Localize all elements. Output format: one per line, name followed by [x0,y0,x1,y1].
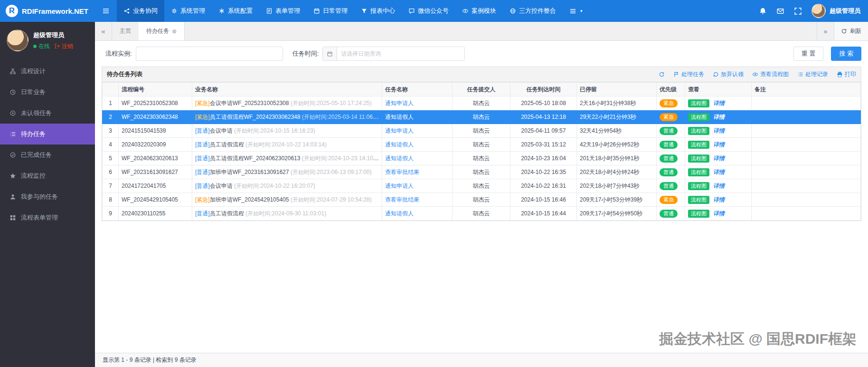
detail-link[interactable]: 详情 [713,169,725,175]
tab-bar: « 主页 待办任务 ⊗ » 刷新 [95,22,868,41]
flowchart-button[interactable]: 流程图 [688,182,709,190]
detail-link[interactable]: 详情 [713,183,725,189]
sidebar-item-my-participated-tasks[interactable]: 我参与的任务 [0,186,95,207]
task-name-link[interactable]: 查看审批结果 [385,196,419,203]
flag-icon [673,71,679,77]
nav-system-config[interactable]: 系统配置 [212,0,259,22]
task-arrive-time: 2024-10-15 16:46 [510,193,577,207]
flowchart-button[interactable]: 流程图 [688,141,709,149]
clock-icon [9,89,16,96]
task-name-link[interactable]: 通知请假人 [385,141,414,148]
chevron-down-icon: ▾ [580,9,583,13]
nav-thirdparty-controls[interactable]: 三方控件整合 [503,0,563,22]
calendar-icon[interactable] [323,47,337,60]
sidebar-item-todo-tasks[interactable]: 待办任务 [0,124,95,145]
col-business-name: 业务名称 [192,83,382,97]
nav-more-menu[interactable]: ▾ [563,0,589,22]
task-time-picker [322,47,465,61]
sidebar-item-daily-business[interactable]: 日常业务 [0,82,95,103]
tab-home[interactable]: 主页 [112,22,139,40]
flowchart-button[interactable]: 流程图 [688,127,709,135]
table-row[interactable]: 8WF_20245429105405[紧急]加班申请WF_20245429105… [103,193,861,207]
table-row[interactable]: 720241722041705[普通]会议申请 (开始时间:2024-10-22… [103,179,861,193]
search-button[interactable]: 搜 索 [831,47,861,61]
fullscreen-icon[interactable] [794,7,802,15]
sitemap-icon [9,68,16,75]
avatar [811,4,826,18]
table-row[interactable]: 5WF_20240623020613[普通]员工请假流程WF_202406230… [103,152,861,165]
flowchart-button[interactable]: 流程图 [688,210,709,218]
flowchart-button[interactable]: 流程图 [688,196,709,204]
task-name-link[interactable]: 通知请假人 [385,210,414,217]
sidebar-item-process-monitor[interactable]: 流程监控 [0,165,95,186]
nav-wechat[interactable]: 微信公众号 [402,0,455,22]
row-index: 1 [103,97,119,110]
task-name-link[interactable]: 通知申请人 [385,100,414,106]
table-row[interactable]: 320241515041539[普通]会议申请 (开始时间:2024-10-15… [103,124,861,138]
nav-system-management[interactable]: 系统管理 [164,0,212,22]
nav-case-module[interactable]: 案例模块 [455,0,503,22]
sidebar-item-completed-tasks[interactable]: 已完成任务 [0,145,95,165]
detail-link[interactable]: 详情 [713,127,725,134]
table-row[interactable]: 420240322020309[普通]员工请假流程 (开始时间:2024-10-… [103,138,861,152]
logout-button[interactable]: 注销 [55,42,73,50]
print-button[interactable]: 打印 [837,70,856,78]
nav-form-management[interactable]: 表单管理 [259,0,307,22]
detail-link[interactable]: 详情 [713,141,725,148]
task-time-input[interactable] [337,47,464,60]
panel-title: 待办任务列表 [107,70,142,78]
col-remark: 备注 [752,83,861,97]
tab-todo-tasks[interactable]: 待办任务 ⊗ [139,22,185,40]
abandon-claim-button[interactable]: 放弃认领 [713,70,744,78]
tab-refresh-button[interactable]: 刷新 [834,22,868,40]
detail-link[interactable]: 详情 [713,196,725,203]
priority-tag: [普通] [195,169,210,175]
flowchart-button[interactable]: 流程图 [688,113,709,121]
avatar[interactable] [7,29,28,51]
table-row[interactable]: 920240230110255[普通]员工请假流程 (开始时间:2024-09-… [103,207,861,221]
table-row[interactable]: 6WF_20231613091627[普通]加班申请WF_20231613091… [103,165,861,179]
task-name-link[interactable]: 通知申请人 [385,127,414,134]
nav-daily-management[interactable]: 日常管理 [307,0,354,22]
handle-task-button[interactable]: 处理任务 [673,70,704,78]
flowchart-button[interactable]: 流程图 [688,99,709,107]
handle-record-button[interactable]: 处理记录 [797,70,828,78]
table-row[interactable]: 1WF_20252310052308[紧急]会议申请WF_20252310052… [103,97,861,110]
task-name-link[interactable]: 查看审批结果 [385,169,419,175]
detail-link[interactable]: 详情 [713,155,725,162]
table-row[interactable]: 2WF_20242303062348[紧急]员工请假流程WF_202423030… [103,110,861,124]
task-submitter: 胡杰云 [453,124,510,138]
sidebar-item-process-form-management[interactable]: 流程表单管理 [0,207,95,228]
nav-report-center[interactable]: 报表中心 [354,0,402,22]
view-flowchart-button[interactable]: 查看流程图 [752,70,789,78]
sidebar-item-process-design[interactable]: 流程设计 [0,61,95,82]
remark-cell [752,124,861,138]
detail-link[interactable]: 详情 [713,100,725,106]
sidebar-username: 超级管理员 [33,31,73,39]
topbar-user[interactable]: 超级管理员 [811,4,860,18]
star-icon [9,173,16,179]
process-instance-input[interactable] [136,47,283,61]
bell-icon[interactable] [759,7,767,15]
todo-task-table: 流程编号 业务名称 任务名称 任务提交人 任务到达时间 已停留 优先级 查看 备… [102,82,861,221]
col-task-name: 任务名称 [382,83,453,97]
detail-link[interactable]: 详情 [713,114,725,120]
sidebar-item-unclaimed-tasks[interactable]: 未认领任务 [0,103,95,124]
task-name-link[interactable]: 通知申请人 [385,183,414,189]
close-icon[interactable]: ⊗ [172,28,177,35]
reset-button[interactable]: 重 置 [793,47,824,61]
mail-icon[interactable] [776,7,784,15]
priority-badge: 普通 [660,127,678,135]
flowchart-button[interactable]: 流程图 [688,168,709,176]
flowchart-button[interactable]: 流程图 [688,155,709,163]
hamburger-menu-icon[interactable] [95,0,117,22]
toolbar-refresh-icon[interactable] [659,71,665,77]
task-name-link[interactable]: 通知请假人 [385,155,414,162]
task-name-link[interactable]: 通知请假人 [385,114,414,120]
footer-bar: 显示第 1 - 9 条记录 | 检索到 9 条记录 [95,353,868,367]
tabs-scroll-right-icon[interactable]: » [817,22,834,40]
tabs-scroll-left-icon[interactable]: « [95,22,112,40]
eye-icon [752,71,758,77]
nav-business-collab[interactable]: 业务协同 [117,0,164,22]
detail-link[interactable]: 详情 [713,210,725,217]
